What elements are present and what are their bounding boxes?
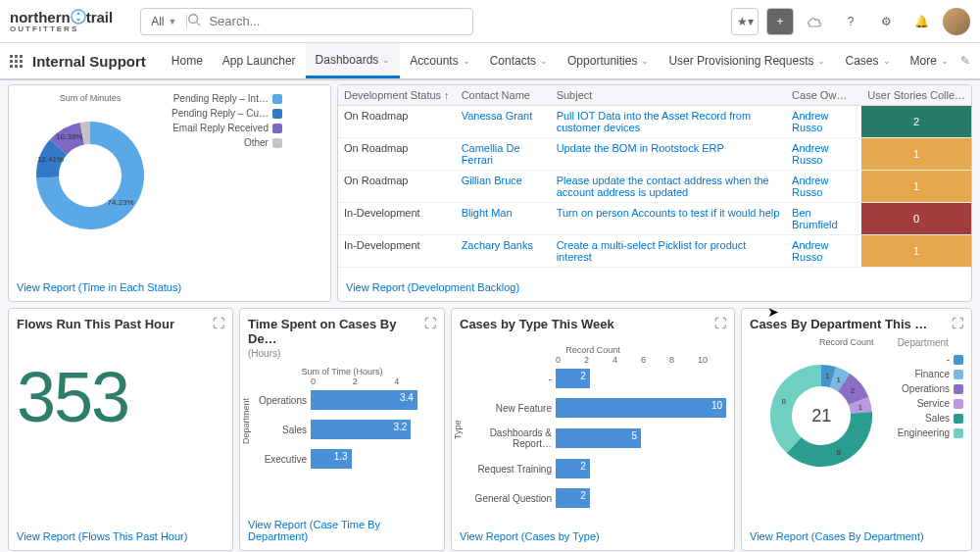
expand-icon[interactable]: ⛶ [213, 317, 224, 330]
help-button[interactable]: ? [837, 8, 864, 35]
svg-point-1 [189, 15, 198, 24]
table-row[interactable]: In-DevelopmentZachary BanksCreate a mult… [338, 235, 971, 268]
svg-line-2 [197, 23, 201, 26]
search-scope[interactable]: All▼ [141, 15, 187, 28]
view-report-link[interactable]: View Report (Development Backlog) [346, 281, 963, 293]
logo: northerntrail OUTFITTERS [10, 9, 113, 33]
search-box[interactable]: All▼ [140, 8, 473, 35]
card-time-in-status: Sum of Minutes 74.23%12.41%10.38% Pendin… [8, 84, 331, 302]
nav-accounts[interactable]: Accounts ⌄ [400, 43, 479, 78]
donut-chart: 74.23%12.41%10.38% [17, 107, 164, 244]
card-cases-by-type: Cases by Type This Week⛶ Record Count 02… [451, 308, 735, 551]
app-launcher-icon[interactable] [10, 55, 23, 68]
svg-text:8: 8 [837, 448, 842, 457]
add-button[interactable]: ＋ [766, 8, 794, 35]
logo-text-1: northern [10, 9, 71, 25]
svg-text:12.41%: 12.41% [37, 155, 64, 164]
view-report-link[interactable]: View Report (Time in Each Status) [17, 281, 322, 293]
nav-app-launcher[interactable]: App Launcher [213, 43, 306, 78]
svg-text:1: 1 [858, 403, 863, 412]
donut2-center: 21 [811, 406, 831, 427]
dashboard: Sum of Minutes 74.23%12.41%10.38% Pendin… [0, 80, 980, 552]
chevron-down-icon: ⌄ [382, 55, 390, 65]
card-time-by-dept: Time Spent on Cases By De…⛶ (Hours) Sum … [239, 308, 445, 551]
table-row[interactable]: On RoadmapGillian BrucePlease update the… [338, 171, 971, 203]
nav-more[interactable]: More ⌄ [901, 43, 958, 78]
svg-text:1: 1 [837, 376, 842, 384]
salesforce-icon[interactable] [802, 8, 829, 35]
svg-text:2: 2 [851, 386, 856, 395]
expand-icon[interactable]: ⛶ [714, 317, 726, 330]
expand-icon[interactable]: ⛶ [424, 317, 436, 330]
view-report-link[interactable]: View Report (Cases By Department) [750, 530, 963, 542]
card-cases-by-dept: Cases By Department This …⛶ Record Count… [741, 308, 972, 551]
nav-contacts[interactable]: Contacts ⌄ [480, 43, 558, 78]
table-row[interactable]: In-DevelopmentBlight ManTurn on person A… [338, 203, 971, 235]
card-dev-backlog: Development Status ↑Contact NameSubjectC… [337, 84, 972, 302]
expand-icon[interactable]: ⛶ [952, 317, 963, 330]
notifications-button[interactable]: 🔔 [907, 8, 935, 35]
nav-bar: Internal Support HomeApp LauncherDashboa… [0, 43, 980, 80]
card-flows: Flows Run This Past Hour⛶ 353 View Repor… [8, 308, 233, 551]
settings-button[interactable]: ⚙ [872, 8, 900, 35]
favorites-button[interactable]: ★▾ [731, 8, 759, 35]
top-bar: northerntrail OUTFITTERS All▼ ★▾ ＋ ? ⚙ 🔔 [0, 0, 980, 43]
nav-cases[interactable]: Cases ⌄ [835, 43, 900, 78]
top-right-icons: ★▾ ＋ ? ⚙ 🔔 [731, 8, 970, 35]
card-title: Flows Run This Past Hour [17, 317, 174, 331]
view-report-link[interactable]: View Report (Cases by Type) [460, 530, 726, 542]
nav-dashboards[interactable]: Dashboards ⌄ [306, 43, 401, 78]
chevron-down-icon: ⌄ [941, 56, 949, 66]
donut1-legend: Pending Reply – Int…Pending Reply – Cu…E… [172, 93, 282, 240]
card-title: Time Spent on Cases By De… [248, 317, 424, 346]
view-report-link[interactable]: View Report (Flows This Past Hour) [17, 530, 224, 542]
app-name: Internal Support [32, 53, 146, 70]
svg-text:10.38%: 10.38% [56, 132, 82, 141]
svg-text:74.23%: 74.23% [108, 198, 134, 207]
svg-text:8: 8 [782, 397, 787, 406]
donut1-title: Sum of Minutes [17, 93, 164, 103]
chevron-down-icon: ⌄ [817, 56, 825, 66]
chevron-down-icon: ⌄ [463, 56, 470, 66]
table-row[interactable]: On RoadmapCamellia De FerrariUpdate the … [338, 138, 971, 171]
nav-home[interactable]: Home [162, 43, 213, 78]
chevron-down-icon: ⌄ [883, 56, 891, 66]
search-input[interactable] [203, 14, 472, 28]
svg-text:1: 1 [825, 372, 830, 380]
user-avatar[interactable] [943, 8, 970, 35]
nav-user-provisioning-requests[interactable]: User Provisioning Requests ⌄ [659, 43, 835, 78]
search-icon [187, 13, 203, 29]
logo-text-2: trail [86, 9, 114, 25]
chevron-down-icon: ⌄ [540, 56, 548, 66]
chevron-down-icon: ▼ [169, 17, 177, 26]
backlog-table: Development Status ↑Contact NameSubjectC… [338, 85, 971, 268]
card-title: Cases by Type This Week [460, 317, 614, 331]
logo-sub: OUTFITTERS [10, 25, 113, 33]
view-report-link[interactable]: View Report (Case Time By Department) [248, 519, 436, 542]
nav-opportunities[interactable]: Opportunities ⌄ [558, 43, 659, 78]
flows-value: 353 [17, 357, 224, 437]
chevron-down-icon: ⌄ [641, 56, 649, 66]
dept-legend: Department -FinanceOperationsServiceSale… [898, 337, 963, 530]
edit-icon[interactable]: ✎ [960, 54, 970, 68]
card-title: Cases By Department This … [750, 317, 927, 331]
table-row[interactable]: On RoadmapVanessa GrantPull IOT Data int… [338, 106, 971, 138]
